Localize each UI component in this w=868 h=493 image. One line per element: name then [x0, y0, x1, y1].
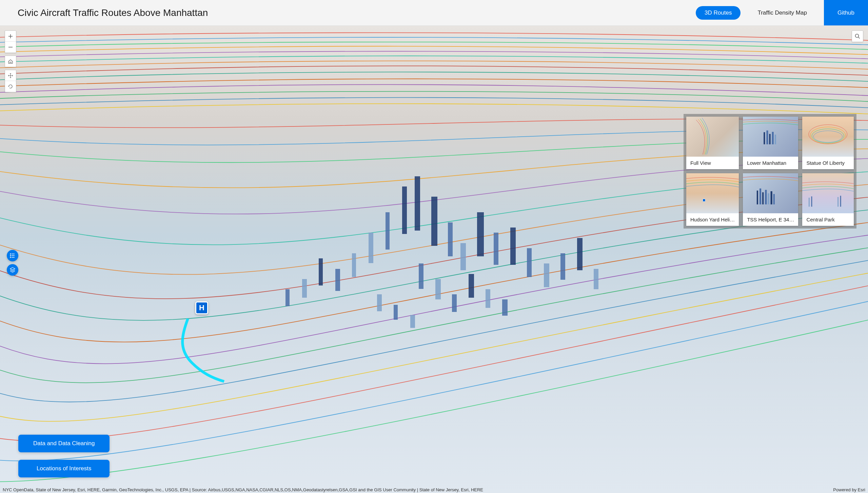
svg-rect-21	[809, 198, 810, 207]
floating-tools	[7, 250, 18, 276]
locations-button[interactable]: Locations of Interests	[18, 460, 110, 477]
bookmark-thumbnail	[686, 173, 739, 213]
plus-icon	[8, 34, 13, 39]
zoom-out-button[interactable]	[5, 42, 16, 53]
data-cleaning-button[interactable]: Data and Data Cleaning	[18, 435, 110, 452]
svg-rect-24	[840, 196, 841, 206]
svg-point-12	[814, 131, 843, 142]
bookmark-label: Lower Manhattan	[743, 157, 798, 169]
bookmark-label: Hudson Yard Heli…	[686, 213, 739, 226]
home-icon	[8, 59, 13, 64]
bookmark-label: Full View	[686, 157, 739, 169]
github-button[interactable]: Github	[824, 0, 868, 25]
header: Civic Aircraft Traffic Routes Above Manh…	[0, 0, 868, 26]
rotate-icon	[8, 84, 13, 89]
map-view[interactable]: H	[0, 26, 868, 493]
svg-rect-22	[811, 196, 812, 206]
svg-rect-15	[760, 189, 761, 204]
nav-3d-routes[interactable]: 3D Routes	[696, 6, 741, 20]
page-title: Civic Aircraft Traffic Routes Above Manh…	[18, 7, 208, 18]
zoom-in-button[interactable]	[5, 31, 16, 42]
list-icon	[9, 253, 16, 259]
svg-rect-5	[767, 131, 768, 144]
bookmark-tss-heliport[interactable]: TSS Heliport, E 34…	[743, 173, 798, 226]
bookmark-central-park[interactable]: Central Park	[802, 173, 854, 226]
svg-rect-23	[838, 197, 839, 206]
bookmark-statue-of-liberty[interactable]: Statue Of Liberty	[802, 117, 854, 169]
svg-rect-4	[764, 132, 765, 144]
svg-point-1	[10, 254, 11, 254]
attribution-bar: NYC OpenData, State of New Jersey, Esri,…	[0, 487, 868, 493]
rotate-button[interactable]	[5, 81, 16, 92]
svg-rect-17	[765, 190, 767, 204]
info-buttons: Data and Data Cleaning Locations of Inte…	[18, 435, 110, 477]
layers-icon	[9, 267, 16, 273]
nav-traffic-density[interactable]: Traffic Density Map	[749, 6, 816, 20]
svg-rect-13	[703, 199, 705, 202]
pan-icon	[8, 73, 13, 78]
svg-rect-18	[768, 193, 769, 204]
bookmark-label: Central Park	[802, 213, 854, 226]
bookmark-full-view[interactable]: Full View	[686, 117, 739, 169]
bookmark-thumbnail	[802, 173, 854, 213]
svg-rect-8	[775, 135, 776, 144]
nav: 3D Routes Traffic Density Map Github	[696, 0, 868, 25]
svg-point-11	[812, 129, 844, 143]
bookmark-lower-manhattan[interactable]: Lower Manhattan	[743, 117, 798, 169]
home-button[interactable]	[5, 56, 16, 67]
svg-rect-6	[769, 134, 771, 144]
legend-button[interactable]	[7, 250, 18, 261]
heliport-trail	[165, 315, 233, 383]
svg-point-10	[810, 127, 846, 143]
bookmark-thumbnail	[802, 117, 854, 157]
attribution-text: NYC OpenData, State of New Jersey, Esri,…	[3, 487, 483, 492]
svg-rect-14	[757, 191, 758, 204]
svg-rect-19	[771, 191, 772, 204]
pan-button[interactable]	[5, 70, 16, 81]
minus-icon	[8, 44, 13, 50]
svg-rect-16	[762, 192, 764, 204]
bookmark-thumbnail	[743, 173, 798, 213]
svg-point-0	[855, 34, 859, 38]
svg-rect-7	[772, 132, 774, 144]
powered-by-text[interactable]: Powered by Esri	[826, 487, 865, 492]
bookmark-label: TSS Heliport, E 34…	[743, 213, 798, 226]
bookmark-label: Statue Of Liberty	[802, 157, 854, 169]
heliport-marker[interactable]: H	[195, 301, 208, 314]
bookmark-thumbnail	[686, 117, 739, 157]
search-button[interactable]	[852, 31, 863, 42]
bookmark-hudson-yard-heliport[interactable]: Hudson Yard Heli…	[686, 173, 739, 226]
svg-point-2	[10, 255, 11, 256]
city-3d-buildings	[260, 166, 677, 423]
bookmarks-panel: Full View Lower Manhattan Statue Of Libe…	[684, 114, 856, 229]
map-controls	[5, 31, 16, 95]
search-icon	[854, 33, 861, 39]
bookmark-thumbnail	[743, 117, 798, 157]
layers-button[interactable]	[7, 264, 18, 276]
svg-rect-20	[773, 194, 775, 204]
svg-point-3	[10, 257, 11, 258]
